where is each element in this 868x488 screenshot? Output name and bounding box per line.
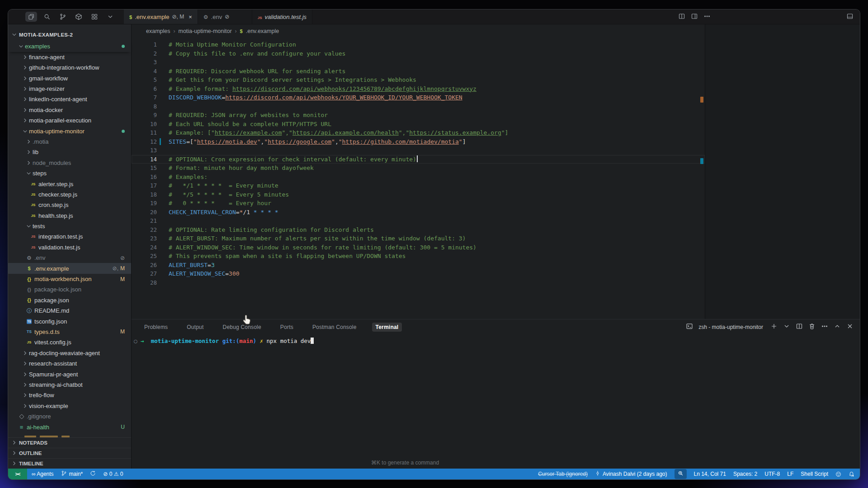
split-terminal-icon[interactable] <box>796 323 803 332</box>
cursor-tab-status[interactable]: Cursor Tab (ignored) <box>538 471 588 477</box>
close-icon[interactable] <box>846 323 854 332</box>
code-line-9[interactable]: 9# REQUIRED: JSON array of websites to m… <box>132 111 705 120</box>
code-line-10[interactable]: 10# Each URL should be a complete HTTP/H… <box>132 120 705 129</box>
encoding-status[interactable]: UTF-8 <box>764 471 780 477</box>
code-line-19[interactable]: 19# 0 * * * * = Every hour <box>132 199 705 208</box>
code-line-22[interactable]: 22# OPTIONAL: Rate limiting configuratio… <box>132 225 705 235</box>
tree-item-examples[interactable]: examples <box>8 41 131 52</box>
code-line-18[interactable]: 18# */5 * * * * = Every 5 minutes <box>132 190 705 199</box>
tree-item-lib[interactable]: lib <box>8 147 131 157</box>
code-line-26[interactable]: 26ALERT_BURST=3 <box>132 261 705 270</box>
source-control-icon[interactable] <box>57 12 69 22</box>
code-line-4[interactable]: 4# REQUIRED: Discord webhook URL for sen… <box>132 67 705 76</box>
code-line-7[interactable]: 7DISCORD_WEBHOOK=https://discord.com/api… <box>132 93 705 102</box>
panel-tab-postman-console[interactable]: Postman Console <box>309 323 360 332</box>
copy-pages-icon[interactable] <box>25 12 37 22</box>
code-line-25[interactable]: 25# This prevents spam when a site is fl… <box>132 252 705 261</box>
code-line-28[interactable]: 28 <box>132 278 705 287</box>
tree-item-health.step.js[interactable]: JShealth.step.js <box>8 211 131 221</box>
tree-item-motia-parallel-execution[interactable]: motia-parallel-execution <box>8 115 131 126</box>
breadcrumb-file[interactable]: .env.example <box>246 28 279 34</box>
code-line-12[interactable]: 12SITES=["https://motia.dev","https://go… <box>132 137 705 146</box>
tree-item-README.md[interactable]: iREADME.md <box>8 305 131 316</box>
tree-item-package-lock.json[interactable]: {}package-lock.json <box>8 284 131 295</box>
search-icon[interactable] <box>41 12 53 22</box>
tree-item-motia-docker[interactable]: motia-docker <box>8 105 131 115</box>
indentation-status[interactable]: Spaces: 2 <box>733 471 757 477</box>
tree-item-streaming-ai-chatbot[interactable]: streaming-ai-chatbot <box>8 380 131 390</box>
code-line-2[interactable]: 2# Copy this file to .env and configure … <box>132 49 705 58</box>
tree-item-ai-health[interactable]: ≡ai-healthU <box>8 422 131 432</box>
breadcrumb-part[interactable]: examples <box>146 28 170 34</box>
code-line-20[interactable]: 20CHECK_INTERVAL_CRON=*/1 * * * * <box>132 208 705 217</box>
notifications-bell-icon[interactable] <box>849 471 854 477</box>
tree-item-alerter.step.js[interactable]: JSalerter.step.js <box>8 178 131 189</box>
tree-item-vitest.config.js[interactable]: JSvitest.config.js <box>8 337 131 347</box>
tree-item-image-resizer[interactable]: image-resizer <box>8 84 131 94</box>
editor-tab-.env[interactable]: ⚙ .env ⊘ <box>198 9 252 24</box>
feedback-smiley-icon[interactable] <box>835 471 841 477</box>
tree-item-.motia[interactable]: .motia <box>8 136 131 147</box>
tree-item-github-integration-workflow[interactable]: github-integration-workflow <box>8 62 131 73</box>
code-line-24[interactable]: 24# ALERT_WINDOW_SEC: Time window in sec… <box>132 243 705 252</box>
close-icon[interactable]: × <box>189 14 192 20</box>
cube-icon[interactable] <box>73 12 85 22</box>
sidebar-section-timeline[interactable]: TIMELINE <box>8 458 131 469</box>
tree-item-types.d.ts[interactable]: TStypes.d.tsM <box>8 327 131 337</box>
code-line-8[interactable]: 8 <box>132 102 705 111</box>
tree-item-.gitignore[interactable]: .gitignore <box>8 411 131 422</box>
workspace-root-row[interactable]: MOTIA-EXAMPLES-2 <box>8 28 131 41</box>
more-icon[interactable] <box>821 323 828 332</box>
code-line-21[interactable]: 21 <box>132 216 705 225</box>
tree-item-gmail-workflow[interactable]: gmail-workflow <box>8 73 131 83</box>
tree-item-node_modules[interactable]: node_modules <box>8 158 131 168</box>
breadcrumb[interactable]: examples›motia-uptime-monitor›$.env.exam… <box>132 24 705 38</box>
panel-tab-debug-console[interactable]: Debug Console <box>219 323 265 332</box>
editor-tab-.env.example[interactable]: $ .env.example ⊘, M × <box>124 9 198 24</box>
sync-status[interactable] <box>90 470 96 478</box>
code-line-13[interactable]: 13 <box>132 146 705 155</box>
tree-item-trello-flow[interactable]: trello-flow <box>8 390 131 400</box>
tree-item-integration.test.js[interactable]: JSintegration.test.js <box>8 231 131 242</box>
tree-item-vision-example[interactable]: vision-example <box>8 401 131 411</box>
chevron-down-icon[interactable] <box>783 323 790 332</box>
git-branch-status[interactable]: main* <box>61 470 83 478</box>
editor-tab-validation.test.js[interactable]: JS validation.test.js <box>252 9 312 24</box>
code-line-17[interactable]: 17# */1 * * * * = Every minute <box>132 181 705 190</box>
panel-tab-problems[interactable]: Problems <box>141 323 171 332</box>
tree-item-tsconfig.json[interactable]: TStsconfig.json <box>8 316 131 326</box>
code-line-15[interactable]: 15# Format: minute hour day month dayofw… <box>132 164 705 173</box>
tree-item-tests[interactable]: tests <box>8 221 131 231</box>
panel-tab-ports[interactable]: Ports <box>277 323 297 332</box>
terminal-content[interactable]: ○ → motia-uptime-monitor git:(main) ✗ np… <box>132 334 860 345</box>
tree-item-validation.test.js[interactable]: JSvalidation.test.js <box>8 242 131 253</box>
tree-item-steps[interactable]: steps <box>8 168 131 178</box>
tree-item-linkedIn-content-agent[interactable]: linkedIn-content-agent <box>8 94 131 104</box>
tree-item-Spamurai-pr-agent[interactable]: Spamurai-pr-agent <box>8 369 131 379</box>
tree-item-motia-uptime-monitor[interactable]: motia-uptime-monitor <box>8 126 131 136</box>
language-mode-status[interactable]: Shell Script <box>801 471 828 477</box>
remote-indicator[interactable]: >< <box>8 469 27 479</box>
sidebar-section-notepads[interactable]: NOTEPADS <box>8 437 131 448</box>
plus-icon[interactable] <box>770 323 778 332</box>
tree-item-cron.step.js[interactable]: JScron.step.js <box>8 200 131 210</box>
code-line-14[interactable]: 14# OPTIONAL: Cron expression for check … <box>132 155 705 164</box>
more-actions-icon[interactable] <box>703 13 711 22</box>
tree-item-checker.step.js[interactable]: JSchecker.step.js <box>8 189 131 200</box>
breadcrumb-part[interactable]: motia-uptime-monitor <box>179 28 232 34</box>
line-col-status[interactable]: Ln 14, Col 71 <box>694 471 726 477</box>
code-line-1[interactable]: 1# Motia Uptime Monitor Configuration <box>132 40 705 49</box>
blame-status[interactable]: Avinash Dalvi (2 days ago) <box>595 470 667 478</box>
code-editor[interactable]: 1# Motia Uptime Monitor Configuration2# … <box>132 38 705 319</box>
problems-status[interactable]: ⊘ 0 ⚠ 0 <box>103 471 123 477</box>
trash-icon[interactable] <box>808 323 816 332</box>
tree-item-rag-docling-weaviate-agent[interactable]: rag-docling-weaviate-agent <box>8 348 131 358</box>
chevron-down-icon[interactable] <box>104 12 116 22</box>
code-line-5[interactable]: 5# Get this from your Discord server set… <box>132 75 705 84</box>
eol-status[interactable]: LF <box>787 471 793 477</box>
columns-icon[interactable] <box>678 13 685 22</box>
panel-tab-output[interactable]: Output <box>183 323 207 332</box>
tree-item-package.json[interactable]: {}package.json <box>8 295 131 305</box>
code-line-16[interactable]: 16# Examples: <box>132 173 705 182</box>
code-line-23[interactable]: 23# ALERT_BURST: Maximum number of alert… <box>132 234 705 243</box>
